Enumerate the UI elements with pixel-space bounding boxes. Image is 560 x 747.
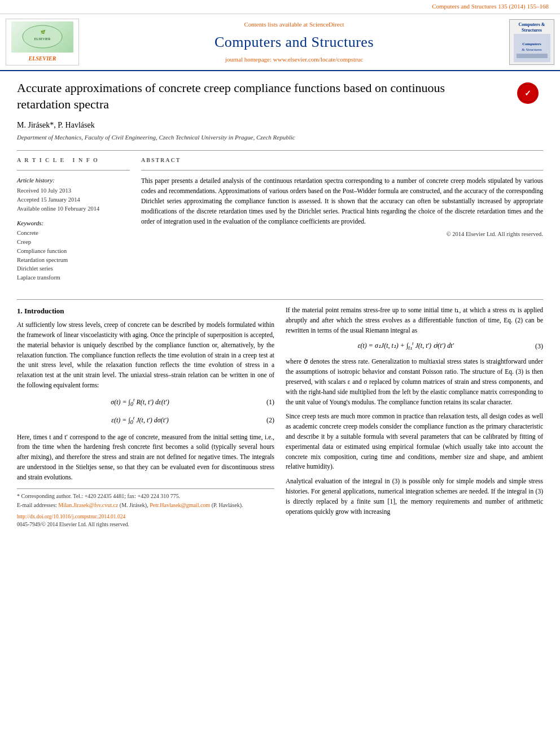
eq1-content: σ(t) = ∫0t R(t, t′) dε(t′) [23, 396, 257, 409]
online-date: Available online 10 February 2014 [17, 204, 130, 213]
journal-logo-right-title: Computers & Structures [512, 22, 552, 33]
article-history-block: Article history: Received 10 July 2013 A… [17, 176, 130, 213]
info-divider [17, 170, 130, 171]
right-para1: If the material point remains stress-fre… [286, 305, 543, 335]
journal-center: Contents lists available at ScienceDirec… [85, 20, 504, 64]
divider-2 [17, 299, 543, 300]
article-meta-row: A R T I C L E I N F O Article history: R… [17, 156, 543, 288]
authors: M. Jirásek*, P. Havlásek [17, 120, 543, 131]
journal-header: 🌿 ELSEVIER ELSEVIER Contents lists avail… [0, 14, 560, 72]
svg-rect-6 [517, 54, 548, 58]
keyword-item: Concrete [17, 229, 130, 238]
abstract-label: ABSTRACT [141, 156, 543, 165]
keywords-label: Keywords: [17, 219, 130, 228]
cs-logo-icon: Computers & Structures [514, 34, 550, 62]
keywords-block: Keywords: ConcreteCreepCompliance functi… [17, 219, 130, 282]
keyword-item: Retardation spectrum [17, 256, 130, 265]
keyword-item: Creep [17, 238, 130, 247]
eq2-number: (2) [257, 415, 274, 426]
title-area: Accurate approximations of concrete cree… [17, 80, 543, 112]
elsevier-logo-box: 🌿 ELSEVIER [11, 21, 73, 53]
article-info-label: A R T I C L E I N F O [17, 156, 130, 165]
section1-para1: At sufficiently low stress levels, creep… [17, 320, 274, 391]
svg-text:& Structures: & Structures [522, 47, 542, 52]
paper-content: Accurate approximations of concrete cree… [0, 71, 560, 540]
abstract-copyright: © 2014 Elsevier Ltd. All rights reserved… [141, 230, 543, 238]
svg-text:ELSEVIER: ELSEVIER [34, 37, 50, 41]
doi-bar: Computers and Structures 135 (2014) 155–… [0, 0, 560, 14]
body-right-col: If the material point remains stress-fre… [286, 305, 543, 529]
affiliation: Department of Mechanics, Faculty of Civi… [17, 133, 543, 142]
keyword-item: Dirichlet series [17, 264, 130, 273]
accepted-date: Accepted 15 January 2014 [17, 195, 130, 204]
journal-homepage: journal homepage: www.elsevier.com/locat… [85, 55, 504, 64]
eq2-content: ε(t) = ∫0t J(t, t′) dσ(t′) [23, 414, 257, 427]
elsevier-logo-left: 🌿 ELSEVIER ELSEVIER [6, 19, 79, 66]
body-two-col: 1. Introduction At sufficiently low stre… [17, 305, 543, 529]
crossmark-badge[interactable]: ✓ [512, 80, 543, 106]
received-date: Received 10 July 2013 [17, 186, 130, 195]
body-left-col: 1. Introduction At sufficiently low stre… [17, 305, 274, 529]
article-info-col: A R T I C L E I N F O Article history: R… [17, 156, 130, 288]
keyword-item: Laplace transform [17, 273, 130, 282]
eq3-content: ε(t) = σ₁J(t, t₁) + ∫t₁t J(t, t′) σ̇(t′)… [286, 340, 526, 352]
section1-heading: 1. Introduction [17, 305, 274, 317]
doi-bar-text: Computers and Structures 135 (2014) 155–… [432, 3, 549, 10]
abstract-divider [141, 170, 543, 171]
keywords-list: ConcreteCreepCompliance functionRetardat… [17, 229, 130, 282]
svg-point-0 [23, 25, 62, 48]
paper-copyright: 0045-7949/© 2014 Elsevier Ltd. All right… [17, 521, 274, 529]
right-para3: Since creep tests are much more common i… [286, 412, 543, 472]
footnote-star: * Corresponding author. Tel.: +420 22435… [17, 492, 274, 500]
divider-1 [17, 150, 543, 151]
journal-title: Computers and Structures [85, 32, 504, 53]
footnote-email1[interactable]: Milan.Jirasek@fsv.cvut.cz [58, 502, 118, 508]
svg-text:Computers: Computers [522, 42, 541, 46]
equation-3: ε(t) = σ₁J(t, t₁) + ∫t₁t J(t, t′) σ̇(t′)… [286, 340, 543, 352]
journal-logo-right: Computers & Structures Computers & Struc… [509, 19, 554, 65]
abstract-col: ABSTRACT This paper presents a detailed … [141, 156, 543, 288]
elsevier-wordmark: ELSEVIER [29, 55, 56, 63]
crossmark-icon: ✓ [517, 82, 539, 104]
journal-logo-right-img: Computers & Structures [514, 34, 550, 62]
footnote-emails: E-mail addresses: Milan.Jirasek@fsv.cvut… [17, 501, 274, 509]
footnotes: * Corresponding author. Tel.: +420 22435… [17, 488, 274, 529]
keyword-item: Compliance function [17, 247, 130, 256]
section1-para2: Here, times t and t′ correspond to the a… [17, 433, 274, 483]
eq1-number: (1) [257, 397, 274, 408]
abstract-text: This paper presents a detailed analysis … [141, 176, 543, 226]
sciencedirect-name[interactable]: ScienceDirect [309, 21, 344, 28]
crossmark-svg: ✓ [518, 84, 537, 103]
right-para2: where σ̇ denotes the stress rate. Genera… [286, 357, 543, 407]
sciencedirect-link: Contents lists available at ScienceDirec… [85, 20, 504, 29]
footnote-email2[interactable]: Petr.Havlasek@gmail.com [150, 502, 210, 508]
equation-1: σ(t) = ∫0t R(t, t′) dε(t′) (1) [23, 396, 274, 409]
paper-doi[interactable]: http://dx.doi.org/10.1016/j.compstruc.20… [17, 513, 274, 521]
eq3-number: (3) [526, 341, 543, 352]
article-title: Accurate approximations of concrete cree… [17, 80, 543, 112]
equation-2: ε(t) = ∫0t J(t, t′) dσ(t′) (2) [23, 414, 274, 427]
right-para4: Analytical evaluation of the integral in… [286, 477, 543, 517]
elsevier-tree-icon: 🌿 ELSEVIER [20, 23, 65, 50]
history-label: Article history: [17, 176, 130, 185]
svg-text:✓: ✓ [524, 89, 531, 98]
